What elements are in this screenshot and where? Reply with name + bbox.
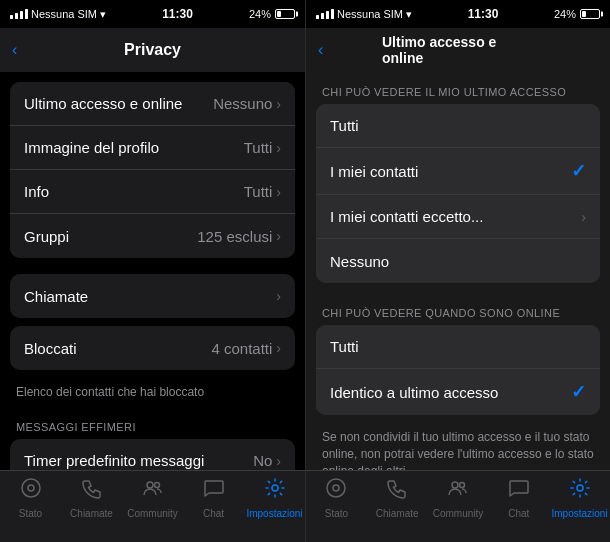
- community-nav-icon-r: [447, 477, 469, 505]
- ultimo-accesso-item[interactable]: Ultimo accesso e online Nessuno ›: [10, 82, 295, 126]
- right-nav-chat-label: Chat: [508, 508, 529, 519]
- section2-list: Tutti Identico a ultimo accesso ✓: [316, 325, 600, 415]
- left-nav-chat-label: Chat: [203, 508, 224, 519]
- right-battery-icon: [580, 9, 600, 19]
- community-nav-icon: [142, 477, 164, 505]
- nessuno-item[interactable]: Nessuno: [316, 239, 600, 283]
- left-nav-chat[interactable]: Chat: [183, 477, 244, 519]
- chiamate-group: Chiamate ›: [10, 274, 295, 318]
- stato-icon-r: [325, 477, 347, 505]
- section2-label: CHI PUÒ VEDERE QUANDO SONO ONLINE: [306, 293, 610, 325]
- right-status-bar: Nessuna SIM ▾ 11:30 24%: [306, 0, 610, 28]
- gruppi-item[interactable]: Gruppi 125 esclusi ›: [10, 214, 295, 258]
- left-header: ‹ Privacy: [0, 28, 305, 72]
- bloccati-value: 4 contatti: [211, 340, 272, 357]
- left-nav-chiamate-label: Chiamate: [70, 508, 113, 519]
- right-back-button[interactable]: ‹: [318, 41, 323, 59]
- right-nav-impostazioni-label: Impostazioni: [552, 508, 608, 519]
- section1-label: CHI PUÒ VEDERE IL MIO ULTIMO ACCESSO: [306, 72, 610, 104]
- svg-point-0: [22, 479, 40, 497]
- miei-contatti-item[interactable]: I miei contatti ✓: [316, 148, 600, 195]
- left-nav-chiamate[interactable]: Chiamate: [61, 477, 122, 519]
- right-right-icons: 24%: [554, 8, 600, 20]
- left-right-icons: 24%: [249, 8, 295, 20]
- immagine-profilo-value: Tutti: [244, 139, 273, 156]
- checkmark-icon: ✓: [571, 381, 586, 403]
- svg-point-3: [154, 483, 159, 488]
- wifi-icon: ▾: [100, 8, 106, 21]
- chevron-icon: ›: [276, 184, 281, 200]
- svg-point-7: [452, 482, 458, 488]
- left-nav-community-label: Community: [127, 508, 178, 519]
- svg-point-9: [577, 485, 583, 491]
- privacy-list-group: Ultimo accesso e online Nessuno › Immagi…: [10, 82, 295, 258]
- left-nav-stato-label: Stato: [19, 508, 42, 519]
- chevron-icon: ›: [276, 140, 281, 156]
- wifi-icon: ▾: [406, 8, 412, 21]
- left-content: Ultimo accesso e online Nessuno › Immagi…: [0, 72, 305, 470]
- bloccati-group: Bloccati 4 contatti ›: [10, 326, 295, 370]
- right-nav-chiamate[interactable]: Chiamate: [367, 477, 428, 519]
- chiamate-nav-icon-r: [386, 477, 408, 505]
- svg-point-5: [327, 479, 345, 497]
- messaggi-section-label: MESSAGGI EFFIMERI: [0, 411, 305, 439]
- section1-list: Tutti I miei contatti ✓ I miei contatti …: [316, 104, 600, 283]
- chevron-icon: ›: [276, 96, 281, 112]
- timer-value: No: [253, 452, 272, 469]
- left-panel: Nessuna SIM ▾ 11:30 24% ‹ Privacy Ultimo…: [0, 0, 305, 542]
- svg-point-8: [459, 483, 464, 488]
- chevron-icon: ›: [276, 340, 281, 356]
- left-nav-community[interactable]: Community: [122, 477, 183, 519]
- right-battery-percent: 24%: [554, 8, 576, 20]
- immagine-profilo-item[interactable]: Immagine del profilo Tutti ›: [10, 126, 295, 170]
- svg-point-4: [272, 485, 278, 491]
- checkmark-icon: ✓: [571, 160, 586, 182]
- bloccati-description: Elenco dei contatti che hai bloccato: [0, 378, 305, 411]
- svg-point-6: [333, 485, 339, 491]
- timer-group: Timer predefinito messaggi No ›: [10, 439, 295, 470]
- right-nav-community-label: Community: [433, 508, 484, 519]
- right-nav-chat[interactable]: Chat: [488, 477, 549, 519]
- left-page-title: Privacy: [124, 41, 181, 59]
- ultimo-accesso-value: Nessuno: [213, 95, 272, 112]
- miei-contatti-eccetto-item[interactable]: I miei contatti eccetto... ›: [316, 195, 600, 239]
- left-status-bar: Nessuna SIM ▾ 11:30 24%: [0, 0, 305, 28]
- svg-point-1: [28, 485, 34, 491]
- left-battery-percent: 24%: [249, 8, 271, 20]
- right-nav-stato-label: Stato: [325, 508, 348, 519]
- left-carrier: Nessuna SIM ▾: [10, 8, 106, 21]
- right-nav-stato[interactable]: Stato: [306, 477, 367, 519]
- right-carrier: Nessuna SIM ▾: [316, 8, 412, 21]
- info-value: Tutti: [244, 183, 273, 200]
- left-battery-icon: [275, 9, 295, 19]
- svg-point-2: [147, 482, 153, 488]
- left-nav-impostazioni[interactable]: Impostazioni: [244, 477, 305, 519]
- chevron-icon: ›: [276, 228, 281, 244]
- chiamate-nav-icon: [81, 477, 103, 505]
- impostazioni-nav-icon: [264, 477, 286, 505]
- info-item[interactable]: Info Tutti ›: [10, 170, 295, 214]
- tutti-item-1[interactable]: Tutti: [316, 104, 600, 148]
- right-header: ‹ Ultimo accesso e online: [306, 28, 610, 72]
- right-page-title: Ultimo accesso e online: [382, 34, 534, 66]
- timer-item[interactable]: Timer predefinito messaggi No ›: [10, 439, 295, 470]
- chat-nav-icon-r: [508, 477, 530, 505]
- chat-nav-icon: [203, 477, 225, 505]
- tutti-item-2[interactable]: Tutti: [316, 325, 600, 369]
- right-description: Se non condividi il tuo ultimo accesso e…: [306, 425, 610, 470]
- identico-item[interactable]: Identico a ultimo accesso ✓: [316, 369, 600, 415]
- stato-icon: [20, 477, 42, 505]
- right-nav-chiamate-label: Chiamate: [376, 508, 419, 519]
- left-nav-stato[interactable]: Stato: [0, 477, 61, 519]
- right-time: 11:30: [468, 7, 499, 21]
- chevron-icon: ›: [276, 288, 281, 304]
- left-nav-impostazioni-label: Impostazioni: [246, 508, 302, 519]
- right-panel: Nessuna SIM ▾ 11:30 24% ‹ Ultimo accesso…: [305, 0, 610, 542]
- chiamate-item[interactable]: Chiamate ›: [10, 274, 295, 318]
- left-back-button[interactable]: ‹: [12, 41, 17, 59]
- gruppi-value: 125 esclusi: [197, 228, 272, 245]
- bloccati-item[interactable]: Bloccati 4 contatti ›: [10, 326, 295, 370]
- right-content: CHI PUÒ VEDERE IL MIO ULTIMO ACCESSO Tut…: [306, 72, 610, 470]
- right-nav-community[interactable]: Community: [428, 477, 489, 519]
- right-nav-impostazioni[interactable]: Impostazioni: [549, 477, 610, 519]
